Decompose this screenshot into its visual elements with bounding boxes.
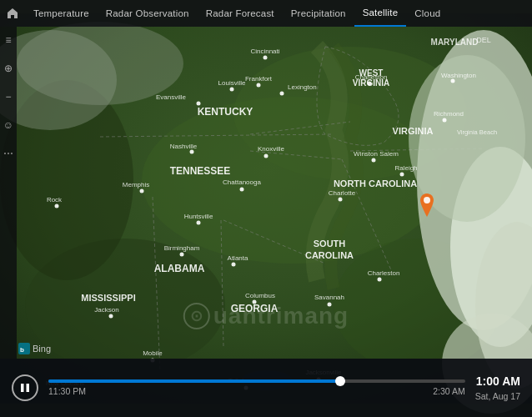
tab-radar-observation[interactable]: Radar Observation xyxy=(98,0,198,27)
svg-point-28 xyxy=(190,150,194,154)
tab-radar-forecast[interactable]: Radar Forecast xyxy=(198,0,283,27)
svg-text:TENNESSEE: TENNESSEE xyxy=(170,165,231,177)
svg-text:Jackson: Jackson xyxy=(94,306,118,314)
watermark-text: uantrimang xyxy=(213,303,349,329)
svg-text:MISSISSIPPI: MISSISSIPPI xyxy=(81,293,135,303)
svg-point-35 xyxy=(451,79,455,83)
svg-point-47 xyxy=(55,204,59,208)
svg-text:SOUTH: SOUTH xyxy=(314,239,346,249)
top-nav: Temperature Radar Observation Radar Fore… xyxy=(0,0,532,27)
svg-point-26 xyxy=(230,88,234,92)
svg-text:Savannah: Savannah xyxy=(314,294,344,301)
sidebar-icons: ≡ ⊕ − ☺ ⋯ xyxy=(0,27,17,359)
svg-point-38 xyxy=(232,263,236,267)
svg-text:Richmond: Richmond xyxy=(434,110,464,118)
timeline-container: 11:30 PM 2:30 AM xyxy=(48,379,465,396)
svg-point-27 xyxy=(197,102,201,106)
bing-logo: b Bing xyxy=(18,343,51,354)
svg-text:Memphis: Memphis xyxy=(123,181,149,188)
svg-text:Birmingham: Birmingham xyxy=(164,244,200,252)
svg-text:Raleigh: Raleigh xyxy=(394,164,417,172)
timeline-fill xyxy=(48,379,340,383)
svg-text:Lexington: Lexington xyxy=(288,83,317,91)
svg-text:Mobile: Mobile xyxy=(143,349,163,357)
svg-point-37 xyxy=(180,253,184,257)
svg-text:Charleston: Charleston xyxy=(368,269,400,277)
svg-text:Knoxville: Knoxville xyxy=(258,145,285,153)
svg-rect-92 xyxy=(21,384,24,392)
svg-point-32 xyxy=(339,198,343,202)
svg-point-24 xyxy=(280,92,284,96)
tab-cloud[interactable]: Cloud xyxy=(406,0,449,27)
svg-text:CAROLINA: CAROLINA xyxy=(305,250,354,260)
svg-text:Virginia Beach: Virginia Beach xyxy=(457,128,497,136)
svg-point-33 xyxy=(400,173,404,177)
timeline-track[interactable] xyxy=(48,379,465,383)
map-container[interactable]: KENTUCKY TENNESSEE ALABAMA MISSISSIPPI G… xyxy=(0,0,532,417)
svg-text:b: b xyxy=(20,346,24,354)
svg-point-31 xyxy=(240,188,244,192)
svg-text:Charleston: Charleston xyxy=(355,73,388,81)
svg-text:Cincinnati: Cincinnati xyxy=(250,48,279,55)
home-button[interactable] xyxy=(0,0,25,27)
svg-text:DEL: DEL xyxy=(476,36,491,44)
tab-precipitation[interactable]: Precipitation xyxy=(283,0,354,27)
sidebar-icon-more[interactable]: ⋯ xyxy=(2,147,15,160)
svg-text:Rock: Rock xyxy=(47,196,63,203)
svg-text:Frankfort: Frankfort xyxy=(245,75,273,83)
timeline-start-label: 11:30 PM xyxy=(48,386,86,396)
svg-text:Chattanooga: Chattanooga xyxy=(223,178,261,186)
bottom-bar: 11:30 PM 2:30 AM 1:00 AM Sat, Aug 17 xyxy=(0,359,532,417)
svg-point-42 xyxy=(378,278,382,282)
svg-text:Louisville: Louisville xyxy=(218,79,246,87)
timeline-thumb[interactable] xyxy=(335,376,345,386)
svg-text:Atlanta: Atlanta xyxy=(228,254,248,262)
svg-text:KENTUCKY: KENTUCKY xyxy=(198,106,253,118)
sidebar-icon-menu[interactable]: ≡ xyxy=(2,33,15,47)
svg-text:Winston Salem: Winston Salem xyxy=(354,150,399,158)
svg-point-34 xyxy=(443,118,447,123)
time-display: 1:00 AM Sat, Aug 17 xyxy=(475,373,520,404)
tab-temperature[interactable]: Temperature xyxy=(25,0,98,27)
svg-point-46 xyxy=(372,158,376,163)
svg-text:Nashville: Nashville xyxy=(170,143,198,150)
watermark: ⊙ uantrimang xyxy=(183,303,349,329)
sidebar-icon-zoom-in[interactable]: ⊕ xyxy=(2,62,15,75)
watermark-icon: ⊙ xyxy=(183,303,210,329)
location-pin xyxy=(417,193,437,217)
svg-point-21 xyxy=(17,22,183,105)
sidebar-icon-zoom-out[interactable]: − xyxy=(2,90,15,103)
svg-text:Charlotte: Charlotte xyxy=(329,189,356,197)
bing-text: Bing xyxy=(33,344,51,354)
svg-point-30 xyxy=(140,189,144,193)
sidebar-icon-face[interactable]: ☺ xyxy=(2,118,15,132)
play-pause-button[interactable] xyxy=(12,374,38,401)
svg-point-22 xyxy=(263,56,268,60)
svg-text:ALABAMA: ALABAMA xyxy=(154,263,205,274)
svg-text:NORTH CAROLINA: NORTH CAROLINA xyxy=(334,178,417,188)
svg-text:MARYLAND: MARYLAND xyxy=(431,38,479,47)
svg-point-36 xyxy=(197,221,201,225)
svg-point-29 xyxy=(264,154,269,158)
current-date: Sat, Aug 17 xyxy=(475,390,520,404)
svg-text:Huntsville: Huntsville xyxy=(184,213,213,220)
current-time: 1:00 AM xyxy=(475,373,520,390)
svg-point-89 xyxy=(424,197,430,203)
svg-point-23 xyxy=(257,83,261,88)
svg-point-40 xyxy=(109,314,113,319)
svg-text:Washington: Washington xyxy=(441,72,476,79)
timeline-end-label: 2:30 AM xyxy=(433,386,465,396)
svg-text:Evansville: Evansville xyxy=(156,93,187,101)
tab-satellite[interactable]: Satellite xyxy=(354,0,407,27)
svg-text:Columbus: Columbus xyxy=(245,292,275,299)
timeline-labels: 11:30 PM 2:30 AM xyxy=(48,386,465,396)
svg-rect-93 xyxy=(27,384,30,392)
svg-text:VIRGINIA: VIRGINIA xyxy=(393,126,434,136)
